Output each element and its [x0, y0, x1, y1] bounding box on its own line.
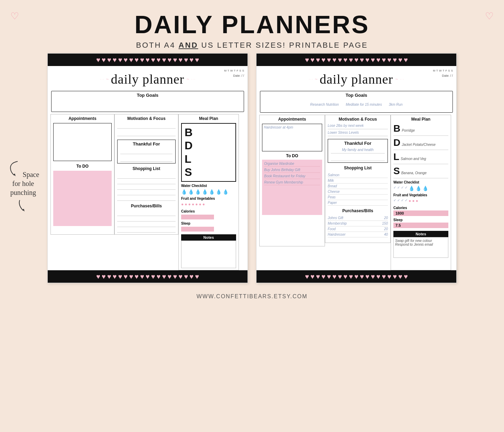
right-calories-value: 1800 — [393, 210, 448, 216]
right-todo-area: Organise Wardrobe Buy Johns Birthday Gif… — [262, 160, 322, 215]
right-goals-content: Research Nutrition Meditate for 15 minut… — [263, 99, 450, 110]
right-shopping: Shopping List Salmon Milk Bread Cheese P… — [328, 166, 388, 206]
left-fruit-row: ● ● ● ● ● ● ● — [181, 202, 236, 207]
left-day-selector: MTWTFSS Date: / / — [224, 69, 244, 78]
right-sleep-value: 7.5 — [393, 223, 448, 228]
left-appt-box — [53, 123, 112, 161]
right-fruit-row: ✓ ✓ ✓ ✓ ● ● ● — [393, 198, 448, 203]
corner-heart-left: ♡ — [10, 10, 19, 22]
left-planner-header: · · · ~ daily planner ~ · · · MTWTFSS Da… — [48, 66, 248, 90]
right-purchases: Purchases/Bills Johns Gift20 Membership1… — [328, 208, 388, 237]
left-appointments: Appointments To DO — [50, 114, 114, 235]
right-notes: Notes Swap gift for new colour Respond t… — [393, 231, 448, 268]
right-motivation: Motivation & Focus Lose 2lbs by next wee… — [325, 115, 391, 243]
top-heart-strip-right: ♥♥♥♥♥♥♥♥♥♥♥♥♥♥♥♥♥♥♥ — [256, 54, 456, 66]
right-appt-box: Hairdresser at 4pm — [262, 124, 322, 151]
footer-website: WWW.CONFETTIBEARS.ETSY.COM — [0, 290, 504, 307]
right-meal-d: D Jacket Potato/Cheese — [393, 138, 448, 150]
right-top-goals: Top Goals Research Nutrition Meditate fo… — [260, 91, 453, 113]
right-thankful-box: Thankful For My family and health — [328, 139, 388, 163]
corner-heart-right: ♡ — [485, 10, 494, 22]
right-meal-plan: Meal Plan B Porridge D Jacket Potato/Che… — [391, 115, 451, 270]
left-purchases: Purchases/Bills — [117, 204, 176, 233]
left-motivation: Motivation & Focus Thankful For Shopping… — [114, 114, 178, 235]
right-planner: ♥♥♥♥♥♥♥♥♥♥♥♥♥♥♥♥♥♥♥ · · · ~ daily planne… — [256, 53, 457, 283]
left-calories-block — [181, 215, 214, 219]
page-title: DAILY PLANNERS — [0, 10, 504, 39]
right-meal-b: B Porridge — [393, 124, 448, 136]
right-meal-l: L Salmon and Veg — [393, 152, 448, 164]
hole-punch-note: Spacefor holepunching — [6, 160, 40, 214]
left-planner-title: daily planner — [111, 72, 184, 87]
right-planner-header: · · · ~ daily planner ~ · · · MTWTFSS Da… — [256, 66, 456, 90]
left-meal-plan: Meal Plan B D L S Water Checklist 💧 💧 💧 — [178, 114, 239, 270]
left-notes: Notes — [181, 234, 236, 268]
bottom-heart-strip-right: ♥♥♥♥♥♥♥♥♥♥♥♥♥♥♥♥♥♥♥ — [256, 270, 456, 283]
arrow-down-icon — [16, 198, 30, 212]
page-subtitle: BOTH A4 AND US LETTER SIZES! PRINTABLE P… — [0, 41, 504, 50]
right-water-row: ✓ ✓ ✓ ✓ 💧 💧 💧 — [393, 186, 448, 191]
left-planner: ♥♥♥♥♥♥♥♥♥♥♥♥♥♥♥♥♥♥♥ · · · ~ daily planne… — [47, 53, 248, 283]
arrow-icon — [7, 160, 21, 177]
left-top-goals: Top Goals — [51, 91, 244, 112]
right-meal-s: S Banana, Orange — [393, 166, 448, 178]
top-heart-strip-left: ♥♥♥♥♥♥♥♥♥♥♥♥♥♥♥♥♥♥♥ — [48, 54, 248, 66]
left-sleep-block — [181, 227, 214, 232]
left-meal-letters-box: B D L S — [181, 123, 236, 182]
left-shopping: Shopping List — [117, 166, 176, 201]
left-thankful-box: Thankful For — [117, 140, 176, 163]
right-appointments: Appointments Hairdresser at 4pm To DO Or… — [259, 115, 325, 246]
bottom-heart-strip-left: ♥♥♥♥♥♥♥♥♥♥♥♥♥♥♥♥♥♥♥ — [48, 270, 248, 283]
left-todo-area — [53, 171, 112, 226]
right-planner-title: daily planner — [320, 72, 393, 87]
right-day-selector: MTWTFSS Date: / / — [433, 69, 453, 78]
left-water-row: 💧 💧 💧 💧 💧 💧 💧 — [181, 189, 236, 195]
